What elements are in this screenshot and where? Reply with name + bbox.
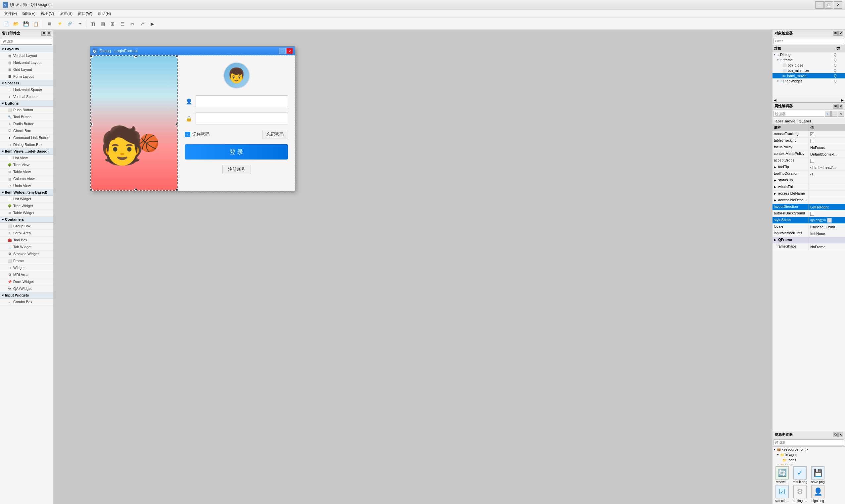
tooltip-expand[interactable]: ▶ — [774, 165, 777, 169]
widget-item-column-view[interactable]: ▥ Column View — [0, 175, 53, 182]
category-input-widgets[interactable]: Input Widgets — [0, 292, 53, 299]
register-button[interactable]: 注册账号 — [222, 165, 251, 174]
menu-help[interactable]: 帮助(H) — [95, 10, 114, 17]
dialog-close-btn[interactable]: ✕ — [286, 48, 293, 54]
widget-item-form-layout[interactable]: ☰ Form Layout — [0, 73, 53, 80]
widget-item-undo-view[interactable]: ↩ Undo View — [0, 182, 53, 189]
prop-row-locale[interactable]: locale Chinese, China — [773, 224, 845, 230]
oi-scroll-bar[interactable]: ◀ ▶ — [773, 97, 845, 102]
prop-row-whatsthis[interactable]: ▶ whatsThis — [773, 184, 845, 191]
widget-item-command-link[interactable]: ➤ Command Link Button — [0, 134, 53, 141]
prop-row-frameshape[interactable]: frameShape NoFrame — [773, 244, 845, 250]
widget-item-widget[interactable]: □ Widget — [0, 265, 53, 271]
menu-file[interactable]: 文件(F) — [1, 10, 19, 17]
pe-float-btn[interactable]: ⧉ — [833, 104, 838, 109]
resource-root[interactable]: ▾ 📦 <resource ro...> — [773, 447, 845, 452]
rb-close-btn[interactable]: ✕ — [839, 433, 843, 437]
tree-item-dialog[interactable]: ▾ □ Dialog Q — [773, 52, 845, 57]
pe-remove-btn[interactable]: ─ — [831, 111, 838, 117]
layout-h-btn[interactable]: ▥ — [88, 19, 97, 29]
handle-tr[interactable] — [176, 55, 178, 58]
open-btn[interactable]: 📂 — [11, 19, 20, 29]
oi-filter-input[interactable] — [773, 38, 844, 44]
oi-float-btn[interactable]: ⧉ — [833, 31, 838, 36]
widget-item-table-view[interactable]: ⊞ Table View — [0, 168, 53, 175]
dialog-title-buttons[interactable]: ─ ✕ — [279, 48, 293, 54]
prop-row-inputmethod[interactable]: inputMethodHints ImhNone — [773, 230, 845, 237]
tree-item-label-movie[interactable]: 🏷 label_movie Q — [773, 73, 845, 78]
resource-icon-settings[interactable]: ⚙ settings... — [792, 485, 808, 503]
menu-window[interactable]: 窗口(W) — [75, 10, 95, 17]
layout-form-btn[interactable]: ☰ — [118, 19, 127, 29]
handle-tm[interactable] — [134, 55, 137, 58]
rb-filter-input[interactable] — [773, 439, 844, 446]
widget-item-tree-widget[interactable]: 🌳 Tree Widget — [0, 202, 53, 210]
save-all-btn[interactable]: 📋 — [31, 19, 40, 29]
pe-close-btn[interactable]: ✕ — [839, 104, 843, 109]
widget-item-mdi-area[interactable]: ⧉ MDI Area — [0, 271, 53, 278]
layout-break-btn[interactable]: ✂ — [128, 19, 137, 29]
widget-item-frame[interactable]: ⬜ Frame — [0, 257, 53, 265]
menu-view[interactable]: 视图(V) — [38, 10, 57, 17]
prop-row-tablettracking[interactable]: tabletTracking — [773, 138, 845, 144]
widget-item-list-widget[interactable]: ☰ List Widget — [0, 196, 53, 202]
buddy-btn[interactable]: 🔗 — [65, 19, 74, 29]
tree-item-btn-minimize[interactable]: ⬜ btn_minimize Q — [773, 68, 845, 73]
widget-item-radio-button[interactable]: ○ Radio Button — [0, 121, 53, 127]
category-spacers[interactable]: Spacers — [0, 80, 53, 86]
tree-item-tab-widget[interactable]: ▾ 📑 tabWidget Q — [773, 78, 845, 84]
preview-btn[interactable]: ▶ — [148, 19, 157, 29]
handle-ml[interactable] — [90, 123, 93, 126]
category-layouts[interactable]: Layouts — [0, 46, 53, 52]
panel-float-btn[interactable]: ⧉ — [41, 31, 46, 36]
prop-row-accessibledesc[interactable]: ▶ accessibleDescription — [773, 197, 845, 204]
resource-icon-recover[interactable]: 🔄 recove... — [774, 466, 790, 484]
layout-adjust-btn[interactable]: ⤢ — [138, 19, 147, 29]
prop-row-focuspolicy[interactable]: focusPolicy NoFocus — [773, 144, 845, 151]
login-button[interactable]: 登 录 — [185, 144, 288, 160]
panel-header-controls[interactable]: ⧉ ✕ — [41, 31, 51, 36]
widget-item-tool-box[interactable]: 🧰 Tool Box — [0, 237, 53, 244]
widget-item-dock-widget[interactable]: 📌 Dock Widget — [0, 278, 53, 285]
username-input[interactable] — [196, 95, 288, 107]
category-item-views[interactable]: Item Views ...odel-Based) — [0, 148, 53, 155]
layout-v-btn[interactable]: ▤ — [98, 19, 107, 29]
menu-settings[interactable]: 设置(S) — [57, 10, 75, 17]
category-containers[interactable]: Containers — [0, 216, 53, 223]
tab-order-btn[interactable]: ⇥ — [75, 19, 85, 29]
pe-edit-btn[interactable]: ✎ — [838, 111, 844, 117]
rb-header-controls[interactable]: ⧉ ✕ — [833, 433, 843, 437]
maximize-btn[interactable]: □ — [825, 1, 833, 8]
prop-row-statustip[interactable]: ▶ statusTip — [773, 177, 845, 184]
pe-header-controls[interactable]: ⧉ ✕ — [833, 104, 843, 109]
qframe-expand[interactable]: ▶ — [774, 238, 777, 241]
canvas-area[interactable]: Q Dialog - LoginForm.ui ─ ✕ — [54, 30, 772, 504]
widget-item-group-box[interactable]: ⬜ Group Box — [0, 223, 53, 230]
prop-row-acceptdrops[interactable]: acceptDrops — [773, 158, 845, 164]
widget-item-h-spacer[interactable]: ↔ Horizontal Spacer — [0, 86, 53, 93]
statustip-expand[interactable]: ▶ — [774, 179, 777, 182]
handle-tl[interactable] — [90, 55, 93, 58]
handle-bl[interactable] — [90, 188, 93, 191]
panel-close-btn[interactable]: ✕ — [47, 31, 51, 36]
widget-item-tab-widget[interactable]: 📑 Tab Widget — [0, 244, 53, 251]
widget-item-push-button[interactable]: ⬜ Push Button — [0, 107, 53, 113]
save-btn[interactable]: 💾 — [21, 19, 31, 29]
oi-close-btn[interactable]: ✕ — [839, 31, 843, 36]
prop-row-tooltip[interactable]: ▶ toolTip <html><head/... — [773, 164, 845, 171]
widget-item-tool-button[interactable]: 🔧 Tool Button — [0, 113, 53, 121]
resource-icon-selection[interactable]: ☑ selectio... — [774, 485, 790, 503]
tablettracking-checkbox[interactable] — [810, 139, 814, 143]
forgot-button[interactable]: 忘记密码 — [262, 130, 288, 139]
widget-editor-btn[interactable]: ▦ — [44, 19, 55, 29]
widget-item-tree-view[interactable]: 🌳 Tree View — [0, 162, 53, 168]
resource-icon-result[interactable]: ✓ result.png — [792, 466, 808, 484]
accessiblename-expand[interactable]: ▶ — [774, 192, 777, 195]
menu-edit[interactable]: 编辑(E) — [19, 10, 38, 17]
oi-header-controls[interactable]: ⧉ ✕ — [833, 31, 843, 36]
widget-item-stacked-widget[interactable]: ⧉ Stacked Widget — [0, 251, 53, 257]
close-btn[interactable]: ✕ — [834, 1, 842, 8]
handle-br[interactable] — [176, 188, 178, 191]
oi-scroll-right[interactable]: ▶ — [841, 98, 844, 102]
mousetracking-checkbox[interactable] — [810, 132, 814, 136]
